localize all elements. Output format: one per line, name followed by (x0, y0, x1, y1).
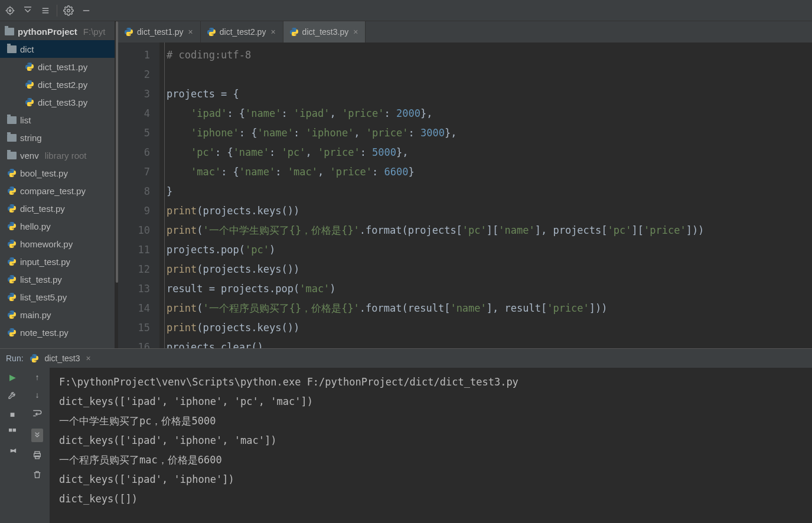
folder-label: venv (20, 151, 39, 161)
file-node[interactable]: hello.py (0, 217, 118, 235)
file-label: input_test.py (20, 257, 70, 267)
python-icon (7, 221, 17, 231)
python-icon (124, 27, 133, 37)
python-icon (7, 257, 17, 266)
folder-icon (7, 152, 17, 159)
file-node[interactable]: list_test.py (0, 270, 118, 288)
gutter: 12345678910111213141516 (118, 43, 159, 348)
svg-rect-13 (13, 429, 16, 432)
file-label: list_test.py (20, 274, 62, 285)
file-node[interactable]: dict_test.py (0, 200, 118, 217)
up-icon[interactable]: ↑ (35, 372, 40, 382)
file-node[interactable]: note_test.py (0, 323, 118, 341)
trash-icon[interactable] (32, 470, 42, 481)
file-label: dict_test3.py (38, 97, 87, 107)
file-node[interactable]: input_test.py (0, 253, 118, 270)
code-editor[interactable]: # coding:utf-8 projects = { 'ipad': {'na… (159, 43, 812, 348)
tab-label: dict_test2.py (220, 27, 266, 37)
wrench-icon[interactable] (8, 390, 17, 401)
folder-label: string (20, 133, 42, 143)
settings-icon[interactable] (62, 4, 75, 17)
python-icon (25, 97, 34, 107)
editor-tab[interactable]: dict_test2.py× (201, 21, 283, 43)
python-icon (25, 62, 34, 71)
scroll-to-end-icon[interactable] (31, 429, 43, 442)
file-label: dict_test2.py (38, 80, 87, 90)
collapse-all-icon[interactable] (39, 4, 52, 17)
editor-tab[interactable]: dict_test1.py× (118, 21, 201, 43)
python-icon (7, 239, 17, 249)
file-label: dict_test.py (20, 204, 65, 214)
folder-icon (7, 134, 17, 142)
close-icon[interactable]: × (86, 354, 91, 363)
stop-icon[interactable]: ■ (10, 410, 15, 419)
run-label: Run: (6, 354, 24, 363)
minimize-icon[interactable] (80, 4, 93, 17)
folder-dict[interactable]: dict (0, 40, 118, 58)
folder-node[interactable]: list (0, 111, 118, 129)
project-root-hint: F:\pyt (83, 27, 106, 37)
svg-point-1 (9, 9, 11, 11)
file-label: bool_test.py (20, 168, 68, 178)
folder-label: list (20, 115, 31, 125)
run-panel: Run: dict_test3 × ▶ ■ ↑ ↓ F:\pythonProje… (0, 348, 812, 523)
project-toolbar (0, 0, 812, 21)
folder-icon (7, 116, 17, 124)
file-label: list_test5.py (20, 292, 67, 302)
folder-hint: library root (45, 151, 87, 161)
file-label: main.py (20, 310, 51, 320)
run-icon[interactable]: ▶ (9, 372, 16, 382)
file-label: note_test.py (20, 328, 69, 338)
project-root[interactable]: pythonProject F:\pyt (0, 22, 118, 40)
folder-icon (5, 28, 14, 35)
python-icon (7, 328, 17, 337)
down-icon[interactable]: ↓ (35, 390, 40, 400)
file-node[interactable]: dict_test2.py (0, 76, 118, 93)
folder-dict-label: dict (20, 44, 34, 54)
file-node[interactable]: bool_test.py (0, 164, 118, 182)
svg-rect-12 (9, 429, 12, 432)
run-output[interactable]: F:\pythonProject\venv\Scripts\python.exe… (50, 368, 812, 523)
file-node[interactable]: main.py (0, 306, 118, 323)
file-label: compare_test.py (20, 186, 86, 196)
print-icon[interactable] (32, 450, 42, 462)
tab-label: dict_test1.py (137, 27, 184, 37)
folder-node[interactable]: string (0, 129, 118, 146)
folder-node[interactable]: venvlibrary root (0, 146, 118, 164)
python-icon (7, 186, 17, 195)
editor-tab[interactable]: dict_test3.py× (283, 21, 366, 43)
python-icon (25, 80, 34, 89)
file-label: hello.py (20, 221, 51, 231)
python-icon (7, 274, 17, 284)
file-label: dict_test1.py (38, 62, 87, 72)
close-icon[interactable]: × (352, 27, 359, 37)
editor-tabs: dict_test1.py×dict_test2.py×dict_test3.p… (118, 21, 812, 43)
close-icon[interactable]: × (187, 27, 194, 37)
layout-icon[interactable] (8, 427, 17, 439)
python-icon (7, 168, 17, 178)
svg-point-0 (7, 7, 14, 14)
project-root-label: pythonProject (18, 27, 77, 37)
python-icon (30, 354, 39, 363)
folder-icon (7, 45, 17, 53)
file-node[interactable]: dict_test3.py (0, 93, 118, 111)
pin-icon[interactable] (8, 447, 17, 458)
close-icon[interactable]: × (269, 27, 276, 37)
file-node[interactable]: list_test5.py (0, 288, 118, 306)
file-node[interactable]: dict_test1.py (0, 58, 118, 76)
run-tab-label[interactable]: dict_test3 (45, 354, 80, 363)
project-sidebar[interactable]: pythonProject F:\pyt dict dict_test1.pyd… (0, 21, 118, 348)
file-label: homework.py (20, 239, 73, 249)
python-icon (7, 204, 17, 213)
svg-point-10 (67, 9, 70, 12)
file-node[interactable]: homework.py (0, 235, 118, 253)
python-icon (7, 310, 17, 319)
python-icon (7, 292, 17, 302)
tab-label: dict_test3.py (302, 27, 349, 37)
python-icon (289, 27, 299, 37)
file-node[interactable]: compare_test.py (0, 182, 118, 200)
target-icon[interactable] (4, 4, 17, 17)
soft-wrap-icon[interactable] (32, 408, 43, 420)
python-icon (207, 27, 216, 37)
select-opened-icon[interactable] (21, 4, 34, 17)
